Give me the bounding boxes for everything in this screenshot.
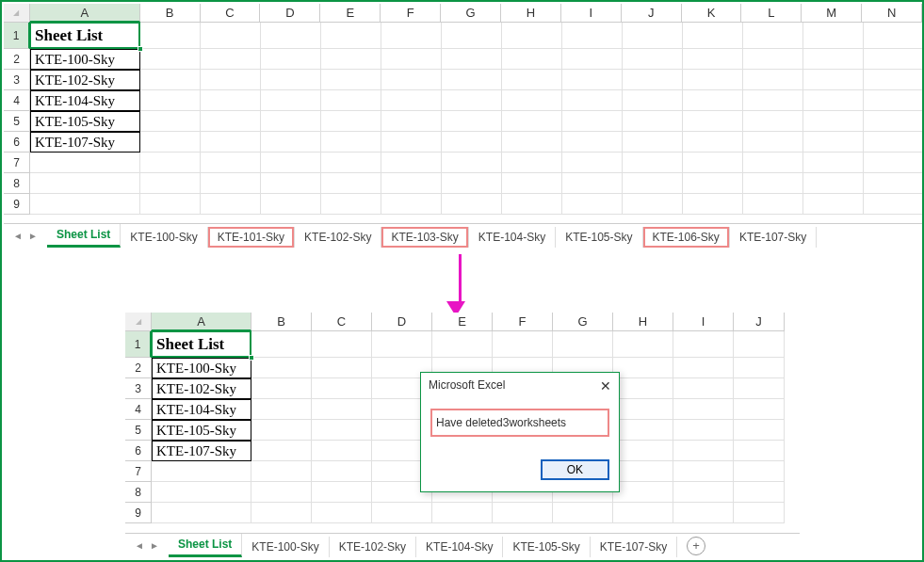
- cells-area-top[interactable]: Sheet ListKTE-100-SkyKTE-102-SkyKTE-104-…: [30, 23, 922, 215]
- cell[interactable]: [201, 49, 261, 70]
- sheet-tab[interactable]: KTE-104-Sky: [416, 537, 503, 557]
- cell[interactable]: [734, 358, 785, 378]
- cell[interactable]: [442, 153, 502, 173]
- row-header[interactable]: 1: [125, 331, 152, 358]
- row-header[interactable]: 8: [125, 482, 152, 503]
- cell[interactable]: [321, 49, 381, 70]
- cell[interactable]: [673, 461, 734, 482]
- row-header[interactable]: 2: [4, 49, 30, 70]
- row-header[interactable]: 8: [4, 173, 30, 194]
- cell[interactable]: [381, 173, 442, 194]
- cell[interactable]: [502, 153, 562, 173]
- cell[interactable]: [442, 49, 502, 70]
- cell[interactable]: [502, 49, 562, 70]
- cell[interactable]: [683, 49, 743, 70]
- column-header[interactable]: L: [741, 4, 802, 23]
- cell[interactable]: [312, 482, 372, 503]
- cell[interactable]: [623, 153, 683, 173]
- cell[interactable]: [683, 194, 743, 215]
- cell[interactable]: [734, 482, 785, 503]
- cell[interactable]: [673, 482, 734, 503]
- sheet-tab[interactable]: KTE-100-Sky: [121, 227, 207, 248]
- cell[interactable]: [251, 482, 312, 503]
- column-header[interactable]: B: [140, 4, 201, 23]
- cell[interactable]: [743, 23, 803, 49]
- cell[interactable]: [743, 90, 803, 111]
- cell[interactable]: [502, 173, 562, 194]
- cell[interactable]: [251, 503, 312, 523]
- cell[interactable]: [502, 194, 562, 215]
- sheet-tab[interactable]: KTE-102-Sky: [295, 227, 381, 248]
- cell[interactable]: [201, 132, 261, 153]
- cell[interactable]: [381, 194, 442, 215]
- select-all-corner[interactable]: ◢: [4, 4, 30, 23]
- column-header[interactable]: I: [561, 4, 622, 23]
- cell[interactable]: [562, 194, 623, 215]
- cell[interactable]: KTE-100-Sky: [152, 358, 251, 378]
- column-header[interactable]: J: [622, 4, 682, 23]
- cell[interactable]: [673, 503, 734, 523]
- cell[interactable]: [613, 482, 673, 503]
- cell[interactable]: Sheet List: [30, 23, 140, 49]
- column-header[interactable]: C: [201, 4, 261, 23]
- cell[interactable]: [673, 358, 734, 378]
- cell[interactable]: [201, 194, 261, 215]
- cell[interactable]: [261, 23, 321, 49]
- row-header[interactable]: 3: [125, 378, 152, 399]
- cell[interactable]: [553, 331, 613, 358]
- cell[interactable]: KTE-104-Sky: [152, 399, 251, 420]
- cell[interactable]: [321, 70, 381, 90]
- cell[interactable]: [261, 90, 321, 111]
- cell[interactable]: [803, 90, 864, 111]
- column-header[interactable]: G: [441, 4, 501, 23]
- column-header[interactable]: K: [682, 4, 742, 23]
- cell[interactable]: [140, 111, 201, 132]
- cell[interactable]: [321, 132, 381, 153]
- cell[interactable]: [442, 132, 502, 153]
- cell[interactable]: [312, 503, 372, 523]
- column-header[interactable]: D: [372, 313, 432, 331]
- cell[interactable]: [613, 399, 673, 420]
- cell[interactable]: [312, 399, 372, 420]
- row-header[interactable]: 5: [125, 420, 152, 441]
- cell[interactable]: [553, 503, 613, 523]
- row-header[interactable]: 6: [4, 132, 30, 153]
- cell[interactable]: [312, 420, 372, 441]
- cell[interactable]: [502, 132, 562, 153]
- cell[interactable]: [683, 132, 743, 153]
- cell[interactable]: [502, 111, 562, 132]
- cell[interactable]: [803, 70, 864, 90]
- cell[interactable]: [442, 70, 502, 90]
- cell[interactable]: [152, 482, 251, 503]
- cell[interactable]: [140, 153, 201, 173]
- cell[interactable]: [321, 194, 381, 215]
- cell[interactable]: [623, 23, 683, 49]
- cell[interactable]: [673, 420, 734, 441]
- cell[interactable]: [803, 153, 864, 173]
- row-header[interactable]: 5: [4, 111, 30, 132]
- cell[interactable]: [381, 23, 442, 49]
- tab-nav-next-icon[interactable]: ►: [148, 539, 161, 553]
- cell[interactable]: [251, 358, 312, 378]
- cell[interactable]: [140, 49, 201, 70]
- cell[interactable]: [432, 503, 493, 523]
- cell[interactable]: [201, 70, 261, 90]
- cell[interactable]: [251, 441, 312, 461]
- cell[interactable]: [312, 378, 372, 399]
- cell[interactable]: [372, 503, 432, 523]
- cell[interactable]: [864, 173, 924, 194]
- cell[interactable]: [442, 23, 502, 49]
- cell[interactable]: [251, 378, 312, 399]
- cell[interactable]: [30, 173, 140, 194]
- column-header[interactable]: C: [312, 313, 372, 331]
- column-header[interactable]: E: [432, 313, 493, 331]
- cell[interactable]: [613, 331, 673, 358]
- cell[interactable]: [261, 49, 321, 70]
- cell[interactable]: [152, 461, 251, 482]
- cell[interactable]: [381, 90, 442, 111]
- cell[interactable]: [321, 23, 381, 49]
- cell[interactable]: [140, 194, 201, 215]
- cell[interactable]: Sheet List: [152, 331, 251, 358]
- tab-nav-prev-icon[interactable]: ◄: [11, 230, 24, 243]
- cell[interactable]: [442, 90, 502, 111]
